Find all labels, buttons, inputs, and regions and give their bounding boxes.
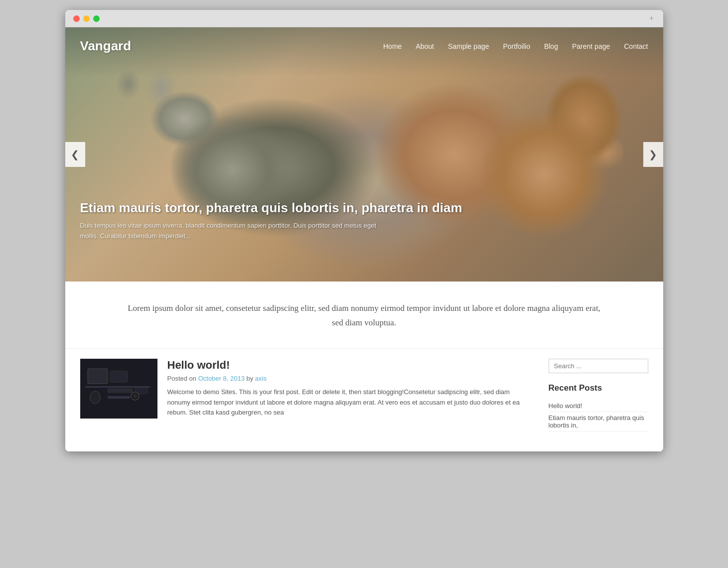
site-header: Vangard Home About Sample page Portfoili…	[65, 27, 663, 282]
recent-posts-title: Recent Posts	[549, 383, 648, 393]
nav-link-parent[interactable]: Parent page	[572, 42, 610, 50]
nav-item-portfolio[interactable]: Portfoilio	[503, 42, 530, 51]
browser-chrome: +	[65, 10, 663, 27]
post-thumbnail-image	[80, 359, 157, 419]
slide-caption: Etiam mauris tortor, pharetra quis lobor…	[80, 200, 648, 242]
nav-link-portfolio[interactable]: Portfoilio	[503, 42, 530, 50]
site-nav: Vangard Home About Sample page Portfoili…	[65, 27, 663, 65]
main-column: Hello world! Posted on October 8, 2013 b…	[80, 359, 534, 431]
recent-posts-list: Hello world! Etiam mauris tortor, pharet…	[549, 400, 648, 431]
content-area: Hello world! Posted on October 8, 2013 b…	[65, 348, 663, 451]
svg-rect-5	[108, 389, 133, 393]
nav-item-about[interactable]: About	[416, 42, 434, 51]
post-author-link[interactable]: axis	[255, 375, 267, 382]
svg-point-8	[133, 394, 137, 398]
post-thumbnail	[80, 359, 157, 419]
nav-link-sample[interactable]: Sample page	[448, 42, 489, 50]
slide-description: Duis tempus leo vitae ipsum viverra, bla…	[80, 221, 379, 242]
thumbnail-svg	[80, 359, 157, 419]
site-wrapper: Vangard Home About Sample page Portfoili…	[65, 27, 663, 451]
post-date-link[interactable]: October 8, 2013	[198, 375, 245, 382]
post-meta: Posted on October 8, 2013 by axis	[167, 375, 534, 382]
svg-rect-2	[110, 371, 128, 382]
post-author-label: by	[247, 375, 255, 382]
recent-post-item: Hello world!	[549, 400, 648, 412]
browser-expand-icon[interactable]: +	[648, 15, 655, 22]
post-info: Hello world! Posted on October 8, 2013 b…	[167, 359, 534, 431]
hero-background	[65, 27, 663, 282]
nav-link-contact[interactable]: Contact	[624, 42, 648, 50]
recent-post-link-2[interactable]: Etiam mauris tortor, pharetra quis lobor…	[549, 414, 644, 429]
nav-links: Home About Sample page Portfoilio Blog	[383, 42, 648, 51]
svg-rect-9	[108, 396, 130, 399]
dot-red[interactable]	[73, 15, 80, 22]
slider-next-button[interactable]: ❯	[643, 142, 663, 167]
site-title[interactable]: Vangard	[80, 38, 132, 54]
nav-item-sample[interactable]: Sample page	[448, 42, 489, 51]
svg-rect-1	[88, 369, 108, 384]
recent-post-item: Etiam mauris tortor, pharetra quis lobor…	[549, 412, 648, 431]
browser-dots	[73, 15, 100, 22]
dot-green[interactable]	[93, 15, 100, 22]
recent-post-link-1[interactable]: Hello world!	[549, 402, 582, 410]
post-excerpt: Welcome to demo Sites. This is your firs…	[167, 387, 534, 418]
sidebar: Recent Posts Hello world! Etiam mauris t…	[549, 359, 648, 431]
nav-link-blog[interactable]: Blog	[544, 42, 558, 50]
search-input[interactable]	[549, 359, 648, 373]
browser-window: + Vangard Home	[65, 10, 663, 451]
dot-yellow[interactable]	[83, 15, 90, 22]
main-content: Lorem ipsum dolor sit amet, consetetur s…	[65, 282, 663, 451]
nav-item-blog[interactable]: Blog	[544, 42, 558, 51]
hero-slider: Vangard Home About Sample page Portfoili…	[65, 27, 663, 282]
intro-text: Lorem ipsum dolor sit amet, consetetur s…	[65, 282, 663, 348]
nav-item-contact[interactable]: Contact	[624, 42, 648, 51]
nav-link-about[interactable]: About	[416, 42, 434, 50]
svg-rect-4	[90, 391, 100, 404]
nav-link-home[interactable]: Home	[383, 42, 402, 50]
slide-title: Etiam mauris tortor, pharetra quis lobor…	[80, 200, 648, 216]
post-title[interactable]: Hello world!	[167, 359, 534, 372]
slider-prev-button[interactable]: ❮	[65, 142, 85, 167]
nav-item-home[interactable]: Home	[383, 42, 402, 51]
nav-item-parent[interactable]: Parent page	[572, 42, 610, 51]
post-meta-label: Posted on	[167, 375, 198, 382]
